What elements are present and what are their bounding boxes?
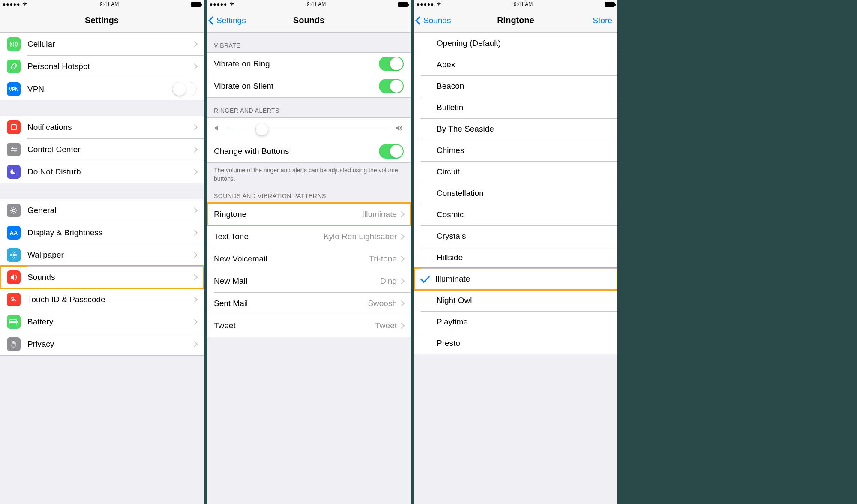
- settings-row-privacy[interactable]: Privacy: [0, 333, 204, 355]
- row-label: Cellular: [27, 39, 192, 49]
- chevron-right-icon: [192, 124, 198, 130]
- signal-dots-icon: ●●●●●: [417, 1, 434, 7]
- settings-row-general[interactable]: General: [0, 199, 204, 222]
- nav-bar: Settings: [0, 9, 204, 33]
- chevron-left-icon: [415, 16, 424, 25]
- flower-icon: [7, 248, 21, 262]
- ringtone-row-hillside[interactable]: Hillside: [414, 247, 617, 268]
- vibrate-on-ring-row[interactable]: Vibrate on Ring: [207, 53, 411, 75]
- svg-rect-10: [10, 321, 16, 323]
- vibrate-on-silent-row[interactable]: Vibrate on Silent: [207, 75, 411, 97]
- ringtone-row-apex[interactable]: Apex: [414, 54, 617, 75]
- back-button[interactable]: Settings: [210, 16, 246, 25]
- ringer-footer: The volume of the ringer and alerts can …: [207, 163, 411, 188]
- chevron-right-icon: [192, 63, 198, 69]
- ringtone-row-illuminate[interactable]: Illuminate: [414, 268, 617, 290]
- row-value: Swoosh: [368, 299, 397, 308]
- ringtone-label: Presto: [437, 339, 611, 348]
- sliders-icon: [7, 143, 21, 156]
- ringtone-row-circuit[interactable]: Circuit: [414, 161, 617, 183]
- chevron-right-icon: [192, 147, 198, 153]
- row-label: Tweet: [214, 321, 375, 330]
- sound-row-tweet[interactable]: TweetTweet: [207, 315, 411, 337]
- ringtone-row-chimes[interactable]: Chimes: [414, 140, 617, 161]
- svg-point-7: [10, 254, 12, 256]
- signal-dots-icon: ●●●●●: [210, 1, 227, 7]
- ringtone-row-beacon[interactable]: Beacon: [414, 75, 617, 97]
- chevron-right-icon: [399, 234, 405, 240]
- row-label: Text Tone: [214, 232, 324, 241]
- vibrate-on-silent-toggle[interactable]: [379, 79, 404, 93]
- row-label: Ringtone: [214, 210, 362, 219]
- sound-row-new-mail[interactable]: New MailDing: [207, 270, 411, 292]
- settings-row-notifications[interactable]: Notifications: [0, 116, 204, 138]
- ringtone-row-playtime[interactable]: Playtime: [414, 311, 617, 333]
- change-with-buttons-toggle[interactable]: [379, 144, 404, 159]
- ringtone-row-cosmic[interactable]: Cosmic: [414, 204, 617, 225]
- sound-row-sent-mail[interactable]: Sent MailSwoosh: [207, 292, 411, 315]
- ringtone-label: Chimes: [437, 146, 611, 155]
- store-button[interactable]: Store: [593, 16, 612, 25]
- nav-bar: Sounds Ringtone Store: [414, 9, 617, 33]
- settings-row-battery[interactable]: Battery: [0, 311, 204, 333]
- settings-screen: ●●●●● 9:41 AM Settings CellularPersonal …: [0, 0, 204, 504]
- speaker-icon: [7, 270, 21, 284]
- ringtone-row-constellation[interactable]: Constellation: [414, 183, 617, 204]
- speaker-low-icon: [214, 125, 221, 133]
- ringtone-label: Bulletin: [437, 103, 611, 112]
- vibrate-on-ring-toggle[interactable]: [379, 57, 404, 71]
- back-button[interactable]: Sounds: [417, 16, 451, 25]
- ringtone-label: By The Seaside: [437, 124, 611, 134]
- row-label: Touch ID & Passcode: [27, 295, 192, 304]
- settings-row-display-brightness[interactable]: AADisplay & Brightness: [0, 222, 204, 244]
- chevron-right-icon: [192, 274, 198, 280]
- ringtone-label: Hillside: [437, 253, 611, 262]
- chevron-right-icon: [399, 300, 405, 306]
- settings-row-wallpaper[interactable]: Wallpaper: [0, 244, 204, 266]
- settings-row-personal-hotspot[interactable]: Personal Hotspot: [0, 55, 204, 78]
- row-value: Kylo Ren Lightsaber: [324, 232, 397, 241]
- ringtone-row-presto[interactable]: Presto: [414, 333, 617, 354]
- volume-slider-row: [207, 118, 411, 140]
- row-value: Tweet: [375, 321, 397, 330]
- ringtone-row-bulletin[interactable]: Bulletin: [414, 97, 617, 118]
- row-label: Sounds: [27, 273, 192, 282]
- svg-point-6: [13, 257, 15, 258]
- ringtone-row-opening-default-[interactable]: Opening (Default): [414, 33, 617, 54]
- row-label: Vibrate on Ring: [214, 59, 379, 69]
- vpn-toggle[interactable]: [172, 82, 197, 96]
- row-value: Ding: [380, 276, 397, 286]
- settings-row-touch-id-passcode[interactable]: Touch ID & Passcode: [0, 288, 204, 311]
- chevron-right-icon: [192, 41, 198, 47]
- row-label: Vibrate on Silent: [214, 81, 379, 91]
- sounds-screen: ●●●●● 9:41 AM Settings Sounds VIBRATE Vi…: [207, 0, 411, 504]
- svg-point-5: [13, 252, 15, 253]
- vpn-icon: VPN: [7, 82, 21, 96]
- ringtone-row-night-owl[interactable]: Night Owl: [414, 290, 617, 311]
- change-with-buttons-row[interactable]: Change with Buttons: [207, 140, 411, 162]
- settings-row-sounds[interactable]: Sounds: [0, 266, 204, 288]
- ringtone-label: Cosmic: [437, 210, 611, 219]
- row-label: Battery: [27, 317, 192, 327]
- settings-row-cellular[interactable]: Cellular: [0, 33, 204, 55]
- sound-row-text-tone[interactable]: Text ToneKylo Ren Lightsaber: [207, 225, 411, 248]
- row-label: Change with Buttons: [214, 147, 379, 156]
- sound-row-new-voicemail[interactable]: New VoicemailTri-tone: [207, 248, 411, 270]
- row-value: Tri-tone: [369, 254, 397, 264]
- status-bar: ●●●●● 9:41 AM: [0, 0, 204, 9]
- speaker-high-icon: [395, 125, 404, 133]
- vpn-row[interactable]: VPN VPN: [0, 78, 204, 100]
- sound-row-ringtone[interactable]: RingtoneIlluminate: [207, 203, 411, 225]
- ringtone-row-crystals[interactable]: Crystals: [414, 225, 617, 247]
- row-label: Control Center: [27, 145, 192, 154]
- ringtone-label: Circuit: [437, 167, 611, 177]
- wifi-icon: [229, 1, 235, 7]
- nav-bar: Settings Sounds: [207, 9, 411, 33]
- ringtone-row-by-the-seaside[interactable]: By The Seaside: [414, 118, 617, 140]
- volume-slider[interactable]: [227, 123, 389, 135]
- section-ringer: RINGER AND ALERTS: [207, 98, 411, 117]
- settings-row-do-not-disturb[interactable]: Do Not Disturb: [0, 161, 204, 183]
- row-label: Notifications: [27, 123, 192, 132]
- status-time: 9:41 AM: [514, 1, 533, 7]
- settings-row-control-center[interactable]: Control Center: [0, 138, 204, 161]
